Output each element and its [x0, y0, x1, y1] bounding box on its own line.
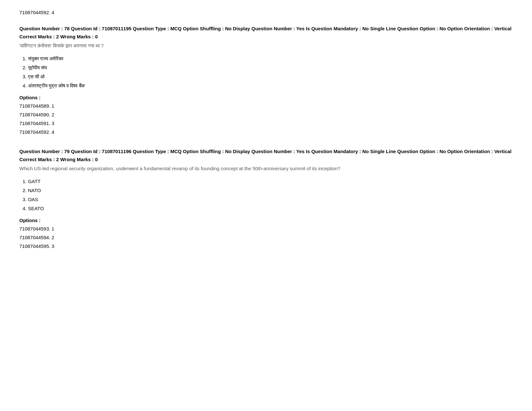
list-item: 1. GATT — [23, 178, 513, 185]
question-78-block: Question Number : 78 Question Id : 71087… — [19, 25, 513, 136]
list-item: 71087044591. 3 — [19, 119, 513, 128]
question-78-text: 'वाशिंगटन कंसेंसस' किसके द्वारा अपनाया ग… — [19, 42, 513, 50]
top-option-id: 71087044592. 4 — [19, 10, 513, 15]
list-item: 4. SEATO — [23, 205, 513, 212]
question-79-block: Question Number : 79 Question Id : 71087… — [19, 148, 513, 250]
question-78-options-label: Options : — [19, 95, 513, 100]
question-79-text: Which US-led regional security organizat… — [19, 165, 513, 172]
list-item: 3. OAS — [23, 196, 513, 203]
question-78-correct-marks: Correct Marks : 2 Wrong Marks : 0 — [19, 34, 513, 39]
question-79-header: Question Number : 79 Question Id : 71087… — [19, 148, 513, 155]
list-item: 2. यूरोपीय संघ — [23, 64, 513, 72]
question-79-options-label: Options : — [19, 218, 513, 223]
question-79-choices: 1. GATT 2. NATO 3. OAS 4. SEATO — [19, 178, 513, 212]
list-item: 4. अंतराष्ट्रीय मुद्रा कोष व विश्व बैंक — [23, 82, 513, 90]
question-79-option-ids: 71087044593. 1 71087044594. 2 7108704459… — [19, 224, 513, 250]
list-item: 2. NATO — [23, 187, 513, 194]
list-item: 71087044590. 2 — [19, 110, 513, 119]
list-item: 3. एस सी ओ — [23, 73, 513, 81]
list-item: 1. संयुक्त राज्य अमेरिका — [23, 55, 513, 63]
list-item: 71087044594. 2 — [19, 233, 513, 242]
question-79-correct-marks: Correct Marks : 2 Wrong Marks : 0 — [19, 157, 513, 162]
question-78-header: Question Number : 78 Question Id : 71087… — [19, 25, 513, 33]
list-item: 71087044592. 4 — [19, 128, 513, 136]
question-78-choices: 1. संयुक्त राज्य अमेरिका 2. यूरोपीय संघ … — [19, 55, 513, 90]
question-78-option-ids: 71087044589. 1 71087044590. 2 7108704459… — [19, 102, 513, 136]
list-item: 71087044589. 1 — [19, 102, 513, 110]
list-item: 71087044593. 1 — [19, 224, 513, 233]
list-item: 71087044595. 3 — [19, 242, 513, 250]
